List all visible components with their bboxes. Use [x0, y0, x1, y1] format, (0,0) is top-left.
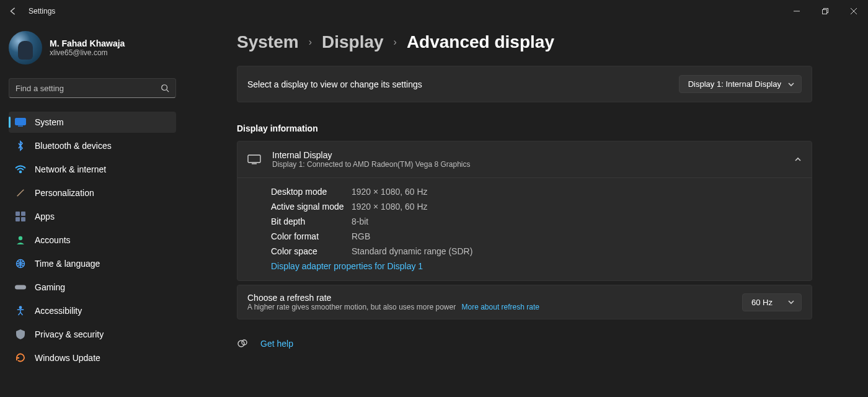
nav-label: System [35, 117, 64, 127]
display-selector-hint: Select a display to view or change its s… [247, 79, 422, 89]
search-icon [161, 84, 169, 92]
crumb-display[interactable]: Display [322, 32, 384, 52]
display-selector[interactable]: Display 1: Internal Display [679, 75, 802, 93]
crumb-system[interactable]: System [237, 32, 299, 52]
nav-label: Network & internet [35, 164, 106, 174]
crumb-advanced-display: Advanced display [407, 32, 554, 52]
maximize-button[interactable] [811, 0, 839, 22]
adapter-properties-link[interactable]: Display adapter properties for Display 1 [271, 259, 423, 271]
refresh-more-link[interactable]: More about refresh rate [462, 303, 539, 311]
refresh-title: Choose a refresh rate [247, 293, 539, 303]
wifi-icon [15, 164, 26, 175]
nav-label: Windows Update [35, 353, 100, 363]
window-title: Settings [29, 7, 55, 16]
svg-rect-3 [16, 118, 26, 125]
svg-point-10 [19, 236, 22, 240]
prop-val: Standard dynamic range (SDR) [352, 246, 472, 256]
sidebar: M. Fahad Khawaja xlive65@live.com System… [0, 22, 186, 397]
nav-personalization[interactable]: Personalization [9, 182, 176, 203]
nav-label: Privacy & security [35, 329, 104, 339]
prop-key: Color space [271, 246, 352, 256]
nav-label: Bluetooth & devices [35, 141, 112, 151]
nav-label: Gaming [35, 282, 65, 292]
svg-point-13 [19, 306, 22, 309]
update-icon [15, 352, 26, 364]
nav-label: Apps [35, 212, 55, 221]
display-selector-value: Display 1: Internal Display [688, 79, 781, 89]
nav-gaming[interactable]: Gaming [9, 277, 176, 298]
section-display-information: Display information [237, 123, 812, 133]
nav-accounts[interactable]: Accounts [9, 230, 176, 251]
prop-val: 1920 × 1080, 60 Hz [352, 202, 428, 212]
refresh-sub: A higher rate gives smoother motion, but… [247, 303, 456, 311]
get-help-row: Get help [237, 338, 812, 349]
display-info-header[interactable]: Internal Display Display 1: Connected to… [237, 141, 812, 178]
nav-update[interactable]: Windows Update [9, 347, 176, 368]
refresh-rate-card: Choose a refresh rate A higher rate give… [237, 285, 812, 319]
display-info-card: Internal Display Display 1: Connected to… [237, 141, 812, 281]
svg-point-5 [20, 171, 22, 173]
accessibility-icon [15, 305, 26, 316]
svg-rect-14 [248, 155, 260, 163]
profile-name: M. Fahad Khawaja [50, 38, 125, 48]
prop-key: Color format [271, 231, 352, 241]
nav: System Bluetooth & devices Network & int… [9, 112, 176, 368]
apps-icon [15, 211, 26, 222]
prop-key: Desktop mode [271, 187, 352, 197]
svg-rect-4 [18, 126, 23, 127]
get-help-link[interactable]: Get help [260, 339, 293, 349]
nav-accessibility[interactable]: Accessibility [9, 300, 176, 321]
profile[interactable]: M. Fahad Khawaja xlive65@live.com [9, 31, 176, 65]
search-box[interactable] [9, 78, 176, 98]
nav-label: Personalization [35, 188, 94, 198]
display-props: Desktop mode1920 × 1080, 60 Hz Active si… [237, 178, 812, 280]
chevron-right-icon: › [309, 37, 312, 48]
help-icon [237, 338, 248, 349]
chevron-up-icon [794, 156, 802, 163]
window-controls [782, 0, 868, 22]
svg-rect-9 [21, 217, 25, 221]
chevron-down-icon [787, 298, 795, 306]
prop-val: 8-bit [352, 216, 368, 226]
nav-label: Accessibility [35, 306, 82, 316]
avatar [9, 31, 42, 65]
nav-bluetooth[interactable]: Bluetooth & devices [9, 135, 176, 156]
prop-val: 1920 × 1080, 60 Hz [352, 187, 428, 197]
breadcrumb: System › Display › Advanced display [237, 32, 812, 52]
nav-system[interactable]: System [9, 112, 176, 133]
chevron-right-icon: › [394, 37, 397, 48]
nav-label: Time & language [35, 259, 100, 269]
svg-point-15 [238, 341, 244, 347]
display-selector-card: Select a display to view or change its s… [237, 66, 812, 102]
close-button[interactable] [839, 0, 868, 22]
content: System › Display › Advanced display Sele… [186, 22, 868, 397]
svg-point-2 [162, 85, 167, 91]
person-icon [15, 234, 26, 246]
nav-network[interactable]: Network & internet [9, 159, 176, 180]
refresh-rate-value: 60 Hz [751, 298, 773, 307]
prop-key: Active signal mode [271, 202, 352, 212]
profile-email: xlive65@live.com [50, 48, 125, 57]
refresh-rate-select[interactable]: 60 Hz [742, 293, 802, 311]
nav-time[interactable]: Time & language [9, 253, 176, 274]
chevron-down-icon [787, 81, 795, 88]
svg-rect-7 [21, 212, 25, 216]
minimize-button[interactable] [782, 0, 811, 22]
prop-val: RGB [352, 231, 370, 241]
shield-icon [15, 329, 26, 340]
svg-rect-8 [16, 217, 20, 221]
gamepad-icon [15, 282, 26, 293]
titlebar: Settings [0, 0, 868, 22]
prop-key: Bit depth [271, 216, 352, 226]
display-name: Internal Display [272, 150, 471, 160]
nav-privacy[interactable]: Privacy & security [9, 324, 176, 345]
back-icon[interactable] [9, 7, 17, 16]
clock-globe-icon [15, 258, 26, 269]
nav-apps[interactable]: Apps [9, 206, 176, 227]
monitor-icon [247, 153, 261, 166]
system-icon [15, 117, 26, 128]
search-input[interactable] [16, 84, 161, 93]
svg-rect-6 [16, 212, 20, 216]
svg-rect-1 [823, 10, 827, 14]
display-sub: Display 1: Connected to AMD Radeon(TM) V… [272, 160, 471, 169]
